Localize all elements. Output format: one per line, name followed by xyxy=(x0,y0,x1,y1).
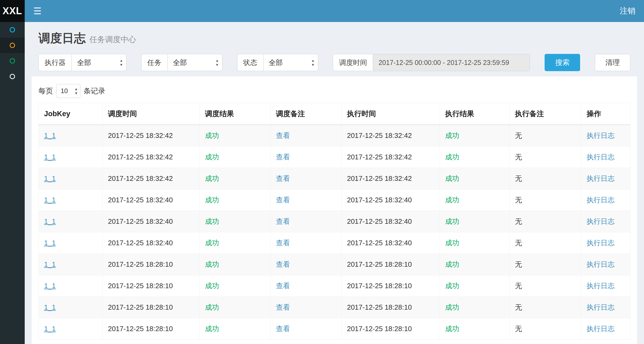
dispatch-remark-cell: 查看 xyxy=(270,211,341,232)
view-remark-link[interactable]: 查看 xyxy=(276,260,290,268)
job-select-value: 全部 xyxy=(173,58,187,67)
sidebar-item-2[interactable] xyxy=(0,38,25,53)
jobkey-link[interactable]: 1_1 xyxy=(44,131,56,140)
content-header: 调度日志任务调度中心 xyxy=(25,22,644,46)
view-remark-link[interactable]: 查看 xyxy=(276,303,290,311)
logout-link[interactable]: 注销 xyxy=(620,6,635,16)
time-label: 调度时间 xyxy=(333,54,373,71)
action-cell: 执行日志 xyxy=(581,125,630,147)
dispatch-result-cell: 成功 xyxy=(200,147,270,168)
dispatch-time-cell: 2017-12-25 18:32:42 xyxy=(102,147,199,168)
action-cell: 执行日志 xyxy=(581,168,630,189)
log-box: 每页 10 条记录 JobKey 调度时间 调度结果 调度备注 执行时间 执行结… xyxy=(32,76,637,344)
exec-log-link[interactable]: 执行日志 xyxy=(587,217,614,225)
page-size-row: 每页 10 条记录 xyxy=(38,84,630,98)
view-remark-link[interactable]: 查看 xyxy=(276,325,290,333)
exec-log-link[interactable]: 执行日志 xyxy=(587,174,614,182)
jobkey-link[interactable]: 1_1 xyxy=(44,239,56,247)
select-arrows-icon xyxy=(120,59,123,67)
circle-icon xyxy=(10,74,15,79)
sidebar-toggle-icon[interactable]: ☰ xyxy=(33,6,41,16)
col-header-jobkey: JobKey xyxy=(39,103,103,125)
jobkey-link[interactable]: 1_1 xyxy=(44,303,56,311)
dispatch-remark-cell: 查看 xyxy=(270,168,341,189)
exec-time-cell: 2017-12-25 18:32:40 xyxy=(341,189,440,211)
circle-icon xyxy=(10,43,15,48)
exec-log-link[interactable]: 执行日志 xyxy=(587,260,614,268)
executor-select[interactable]: 全部 xyxy=(71,54,126,71)
view-remark-link[interactable]: 查看 xyxy=(276,217,290,225)
exec-result-cell: 成功 xyxy=(440,318,509,340)
view-remark-link[interactable]: 查看 xyxy=(276,131,290,140)
jobkey-link[interactable]: 1_1 xyxy=(44,153,56,161)
page-size-select[interactable]: 10 xyxy=(56,84,80,98)
exec-remark-cell: 无 xyxy=(509,318,581,340)
dispatch-remark-cell: 查看 xyxy=(270,297,341,318)
dispatch-result-cell: 成功 xyxy=(200,125,270,147)
jobkey-link[interactable]: 1_1 xyxy=(44,260,56,268)
filter-status: 状态 全部 xyxy=(237,54,318,71)
page-subtitle: 任务调度中心 xyxy=(89,35,136,44)
dispatch-remark-cell: 查看 xyxy=(270,275,341,297)
table-header-row: JobKey 调度时间 调度结果 调度备注 执行时间 执行结果 执行备注 操作 xyxy=(39,103,630,125)
view-remark-link[interactable]: 查看 xyxy=(276,196,290,204)
app-logo[interactable]: XXL xyxy=(0,0,25,22)
jobkey-cell: 1_1 xyxy=(39,275,103,297)
view-remark-link[interactable]: 查看 xyxy=(276,282,290,290)
exec-time-cell: 2017-12-25 18:32:42 xyxy=(341,168,440,189)
col-header-exec-time: 执行时间 xyxy=(341,103,440,125)
table-row: 1_1 2017-12-25 18:32:42 成功 查看 2017-12-25… xyxy=(39,125,630,147)
exec-result-cell: 成功 xyxy=(440,254,509,275)
exec-time-cell: 2017-12-25 18:32:42 xyxy=(341,125,440,147)
exec-log-link[interactable]: 执行日志 xyxy=(587,303,614,311)
action-cell: 执行日志 xyxy=(581,297,630,318)
exec-result-cell: 成功 xyxy=(440,147,509,168)
view-remark-link[interactable]: 查看 xyxy=(276,174,290,182)
status-select[interactable]: 全部 xyxy=(263,54,318,71)
search-button[interactable]: 搜索 xyxy=(545,54,580,71)
table-row: 1_1 2017-12-25 18:28:10 成功 查看 2017-12-25… xyxy=(39,254,630,275)
log-table-body: 1_1 2017-12-25 18:32:42 成功 查看 2017-12-25… xyxy=(39,125,630,340)
action-cell: 执行日志 xyxy=(581,232,630,254)
jobkey-link[interactable]: 1_1 xyxy=(44,325,56,333)
view-remark-link[interactable]: 查看 xyxy=(276,239,290,247)
jobkey-cell: 1_1 xyxy=(39,318,103,340)
exec-log-link[interactable]: 执行日志 xyxy=(587,325,614,333)
exec-result-cell: 成功 xyxy=(440,168,509,189)
page-title-text: 调度日志 xyxy=(38,31,86,45)
time-range-input[interactable] xyxy=(373,54,530,71)
table-row: 1_1 2017-12-25 18:28:10 成功 查看 2017-12-25… xyxy=(39,318,630,340)
jobkey-cell: 1_1 xyxy=(39,232,103,254)
jobkey-link[interactable]: 1_1 xyxy=(44,217,56,225)
exec-time-cell: 2017-12-25 18:32:40 xyxy=(341,211,440,232)
dispatch-remark-cell: 查看 xyxy=(270,232,341,254)
page-title: 调度日志任务调度中心 xyxy=(38,32,630,46)
clear-button[interactable]: 清理 xyxy=(595,54,630,71)
col-header-exec-result: 执行结果 xyxy=(440,103,509,125)
sidebar-item-4[interactable] xyxy=(0,69,25,84)
exec-log-link[interactable]: 执行日志 xyxy=(587,196,614,204)
action-cell: 执行日志 xyxy=(581,275,630,297)
exec-log-link[interactable]: 执行日志 xyxy=(587,131,614,140)
exec-result-cell: 成功 xyxy=(440,211,509,232)
dispatch-result-cell: 成功 xyxy=(200,275,270,297)
job-select[interactable]: 全部 xyxy=(167,54,222,71)
sidebar-item-1[interactable] xyxy=(0,22,25,38)
table-row: 1_1 2017-12-25 18:32:40 成功 查看 2017-12-25… xyxy=(39,211,630,232)
view-remark-link[interactable]: 查看 xyxy=(276,153,290,161)
sidebar-item-3[interactable] xyxy=(0,53,25,69)
exec-log-link[interactable]: 执行日志 xyxy=(587,282,614,290)
sidebar xyxy=(0,22,25,344)
dispatch-result-cell: 成功 xyxy=(200,297,270,318)
exec-log-link[interactable]: 执行日志 xyxy=(587,153,614,161)
exec-time-cell: 2017-12-25 18:28:10 xyxy=(341,297,440,318)
dispatch-result-cell: 成功 xyxy=(200,189,270,211)
exec-remark-cell: 无 xyxy=(509,189,581,211)
dispatch-remark-cell: 查看 xyxy=(270,147,341,168)
dispatch-time-cell: 2017-12-25 18:32:40 xyxy=(102,189,199,211)
jobkey-link[interactable]: 1_1 xyxy=(44,196,56,204)
jobkey-link[interactable]: 1_1 xyxy=(44,174,56,182)
status-label: 状态 xyxy=(237,54,263,71)
exec-log-link[interactable]: 执行日志 xyxy=(587,239,614,247)
jobkey-link[interactable]: 1_1 xyxy=(44,282,56,290)
